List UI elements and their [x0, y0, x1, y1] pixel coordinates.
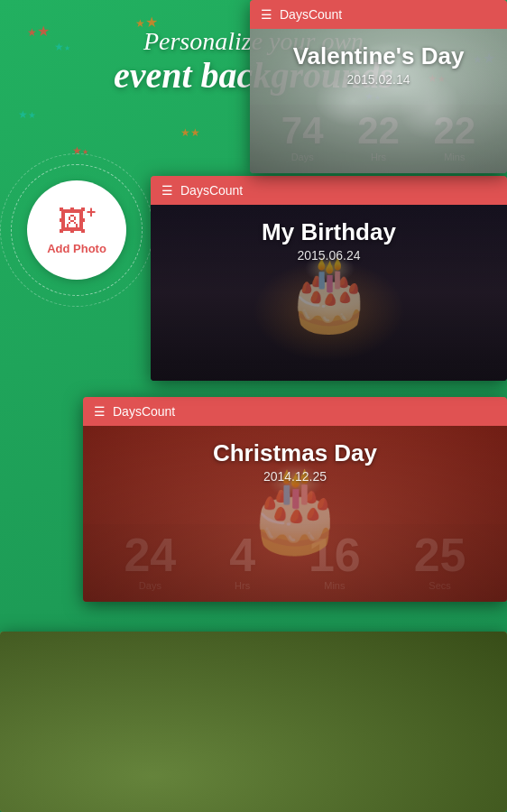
valentines-card: ☰ DaysCount Valentine's Day 2015.02.14 7… — [250, 0, 507, 173]
photo-icon: 🖼 — [58, 205, 87, 238]
hamburger-icon-1[interactable]: ☰ — [261, 7, 272, 22]
card1-app-name: DaysCount — [280, 7, 342, 22]
card1-event-date: 2015.02.14 — [250, 72, 507, 87]
card2-event-name: My Birthday — [151, 218, 507, 246]
hamburger-icon-3[interactable]: ☰ — [94, 404, 106, 419]
card3-event-date: 2014.12.25 — [83, 469, 507, 484]
card1-event-name: Valentine's Day — [250, 42, 507, 70]
bottom-card: 203 Days 12 Hrs 16 Mins 25 Secs — [0, 632, 507, 812]
birthday-card: ☰ DaysCount My Birthday 2015.06.24 194 D… — [151, 176, 507, 381]
card2-header: ☰ DaysCount — [151, 176, 507, 205]
add-photo-container[interactable]: 🖼 + Add Photo — [27, 180, 126, 280]
card3-header: ☰ DaysCount — [83, 397, 507, 426]
hamburger-icon-2[interactable]: ☰ — [161, 183, 173, 198]
card3-event-name: Christmas Day — [83, 439, 507, 467]
add-photo-circle[interactable]: 🖼 + Add Photo — [27, 180, 126, 280]
add-photo-label: Add Photo — [47, 242, 106, 255]
plus-icon: + — [87, 203, 97, 222]
card1-header: ☰ DaysCount — [250, 0, 507, 29]
christmas-card: ☰ DaysCount Christmas Day 2014.12.25 24 … — [83, 397, 507, 602]
card3-app-name: DaysCount — [113, 404, 175, 419]
card1-bg: Valentine's Day 2015.02.14 74 Days 22 Hr… — [250, 29, 507, 173]
card4-bg: 203 Days 12 Hrs 16 Mins 25 Secs — [0, 632, 507, 812]
card2-bg: My Birthday 2015.06.24 194 Days 12 Hrs 4… — [151, 205, 507, 381]
card3-bg: Christmas Day 2014.12.25 24 Days 4 Hrs 1… — [83, 426, 507, 602]
card2-app-name: DaysCount — [180, 183, 243, 198]
card2-event-date: 2015.06.24 — [151, 248, 507, 263]
